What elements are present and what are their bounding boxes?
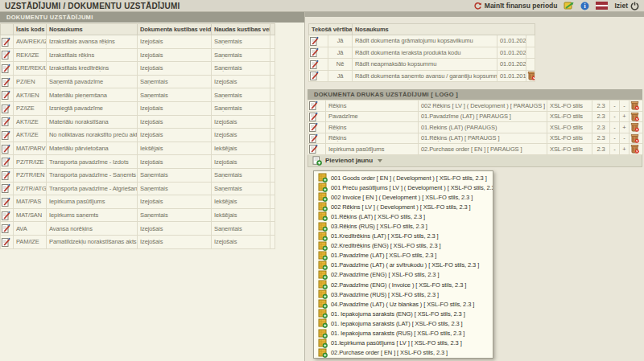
edit-button[interactable]: [1, 35, 14, 49]
move-down-button[interactable]: -: [620, 101, 630, 112]
delete-button[interactable]: [630, 111, 643, 122]
edit-button[interactable]: [1, 195, 14, 209]
table-row: Pavadzīme 01.Pavadzīme (LAT) [ PARAUGS ]…: [308, 111, 643, 122]
edit-button[interactable]: [309, 70, 328, 82]
spacer-cell: [270, 155, 275, 169]
spacer-cell: [270, 88, 275, 102]
company-switch-icon[interactable]: [564, 1, 574, 10]
edit-button[interactable]: [1, 182, 14, 195]
move-up-button[interactable]: -: [610, 101, 620, 112]
change-period-button[interactable]: Mainīt finansu periodu: [473, 2, 558, 10]
move-up-button[interactable]: -: [610, 133, 620, 144]
doc-type-name: Transporta pavadzīme - Izdots: [47, 155, 138, 169]
dropdown-menu-item[interactable]: 002 Invoice [ EN ] ( Development ) [ XSL…: [314, 192, 493, 202]
dropdown-menu-item[interactable]: 01.Kredītrēķins (LAT) [ XSL-FO stils, 2.…: [314, 232, 493, 241]
col-header-doc-movement: Dokumenta kustības veids: [138, 24, 212, 35]
table-row: AKT/IZE No noliktavas norakstīto preču a…: [1, 129, 275, 142]
edit-button[interactable]: [1, 88, 14, 102]
delete-button[interactable]: [630, 144, 643, 155]
move-down-button[interactable]: +: [620, 122, 630, 133]
edit-button[interactable]: [1, 222, 14, 236]
edit-button[interactable]: [1, 48, 14, 62]
dropdown-menu-item[interactable]: 03.Rēķins (RUS) [ XSL-FO stils, 2.3 ]: [314, 221, 493, 231]
doc-type-code: REK/IZE: [14, 48, 47, 62]
edit-button[interactable]: [308, 133, 326, 144]
refresh-icon: [473, 2, 482, 10]
delete-button[interactable]: [526, 70, 535, 82]
delete-button[interactable]: [630, 101, 643, 112]
table-row: MAT/PARV Materiālu pārvietošana Iekšējai…: [1, 142, 275, 155]
info-icon[interactable]: i: [580, 2, 589, 10]
edit-button[interactable]: [1, 208, 14, 222]
print-style: XSL-FO stils: [547, 122, 592, 133]
edit-button[interactable]: [308, 101, 326, 112]
edit-button[interactable]: [1, 129, 14, 142]
money-movement: Saņemtais: [212, 48, 270, 62]
spacer-cell: [270, 115, 275, 129]
dropdown-menu-item[interactable]: 01. Iepakojuma saraksts (ENG) [ XSL-FO s…: [314, 309, 493, 318]
edit-button[interactable]: [308, 122, 326, 133]
add-new-label: Pievienot jaunu: [325, 157, 373, 164]
doc-type-name: Transporta pavadzīme - Atgriešana: [47, 182, 138, 195]
dropdown-menu-item[interactable]: 03.Pavadzīme (RUS) [ XSL-FO stils, 2.3 ]: [314, 289, 493, 299]
dropdown-menu-item[interactable]: 001 Preču pasūtījums [ LV ] ( Developmen…: [314, 183, 493, 192]
doc-movement: Izejošais: [138, 195, 212, 209]
money-movement: Izejošais: [212, 155, 270, 169]
dropdown-menu-item[interactable]: 04.Pavadzīme (LAT) ( Uz blankas ) [ XSL-…: [314, 299, 493, 309]
chevron-down-icon: [378, 159, 382, 162]
latvia-flag-icon[interactable]: [596, 2, 608, 10]
folder-plus-icon: [318, 280, 328, 289]
money-movement: Izejošais: [212, 129, 270, 142]
edit-button[interactable]: [309, 59, 328, 71]
folder-plus-icon: [318, 183, 328, 192]
dropdown-item-label: 01.Pavadzīme (LAT) [ XSL-FO stils, 2.3 ]: [331, 252, 436, 259]
doc-type-code: MAT/PAS: [14, 195, 47, 209]
dropdown-menu-item[interactable]: 01. Iepakojuma saraksts (LAT) [ XSL-FO s…: [314, 318, 493, 328]
dropdown-menu-item[interactable]: 002 Rēķins [ LV ] ( Development ) [ XSL-…: [314, 202, 493, 211]
move-down-button[interactable]: -: [620, 133, 630, 144]
delete-button[interactable]: [630, 133, 643, 144]
dropdown-menu-item[interactable]: 02.Kredītrēķins (ENG) [ XSL-FO stils, 2.…: [314, 241, 493, 251]
edit-button[interactable]: [1, 142, 14, 155]
edit-button[interactable]: [308, 144, 326, 155]
folder-plus-icon: [318, 222, 328, 232]
dropdown-item-label: 002 Rēķins [ LV ] ( Development ) [ XSL-…: [331, 203, 471, 211]
edit-button[interactable]: [1, 168, 14, 182]
dropdown-menu-item[interactable]: 02.Pavadzīme (ENG) [ XSL-FO stils, 2.3 ]: [314, 270, 493, 280]
move-up-button[interactable]: -: [610, 111, 620, 122]
move-down-button[interactable]: +: [620, 111, 630, 122]
dropdown-item-label: 001 Preču pasūtījums [ LV ] ( Developmen…: [331, 184, 493, 191]
dropdown-menu-item[interactable]: 01.Pavadzīme (LAT) [ XSL-FO stils, 2.3 ]: [314, 251, 493, 260]
edit-button[interactable]: [1, 62, 14, 76]
dropdown-menu-item[interactable]: 02.Purchase order [ EN ] [ XSL-FO stils,…: [314, 348, 493, 358]
dropdown-menu-item[interactable]: 01.Iepirkuma pasūtījums [ LV ] [ XSL-FO …: [314, 338, 493, 348]
spacer-cell: [270, 222, 275, 236]
edit-button[interactable]: [1, 155, 14, 169]
edit-button[interactable]: [1, 75, 14, 88]
edit-button[interactable]: [309, 35, 328, 47]
edit-column-header: [1, 24, 14, 35]
edit-button[interactable]: [1, 115, 14, 129]
spacer-cell: [270, 129, 275, 142]
move-up-button[interactable]: -: [610, 122, 620, 133]
setting-name: Rādīt dokumenta saņemto avansu / garanti…: [353, 70, 497, 82]
edit-button[interactable]: [1, 101, 14, 115]
dropdown-menu-item[interactable]: 01. Iepakojuma saraksts (RUS) [ XSL-FO s…: [314, 329, 493, 338]
move-up-button[interactable]: -: [610, 144, 620, 155]
dropdown-menu-item[interactable]: 02.Pavadzīme (ENG) ( Invoice ) [ XSL-FO …: [314, 280, 493, 289]
spacer-cell: [270, 182, 275, 195]
dropdown-menu-item[interactable]: 01.Rēķins (LAT) [ XSL-FO stils, 2.3 ]: [314, 211, 493, 221]
delete-button[interactable]: [630, 122, 643, 133]
doc-type-code: PZ/TR/IZE: [14, 155, 47, 169]
add-new-button[interactable]: Pievienot jaunu: [312, 156, 382, 166]
edit-button[interactable]: [308, 111, 326, 122]
edit-button[interactable]: [309, 47, 328, 59]
logout-button[interactable]: Iziet: [614, 2, 639, 10]
dropdown-menu-item[interactable]: 001 Goods order [ EN ] ( Development ) […: [314, 173, 493, 183]
move-down-button[interactable]: +: [620, 144, 630, 155]
dropdown-menu-item[interactable]: 01.Pavadzīme (LAT) ( ar svītrukodu ) [ X…: [314, 260, 493, 270]
dropdown-item-label: 02.Purchase order [ EN ] [ XSL-FO stils,…: [331, 349, 448, 356]
print-version: 2.3: [592, 122, 610, 133]
edit-button[interactable]: [1, 235, 14, 248]
table-row: Rēķins 01.Rekins (LAT) (PARAUGS) XSL-FO …: [308, 122, 643, 133]
